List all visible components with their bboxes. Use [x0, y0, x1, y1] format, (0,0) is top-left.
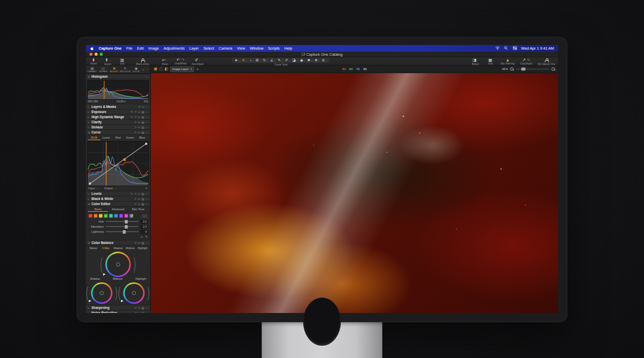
erase-mask-tool[interactable]: ✐⌄ [285, 58, 291, 62]
panel-clarity[interactable]: ›Clarity↗↩▤⋯ [86, 119, 150, 124]
pick-icon[interactable]: ✎ [130, 116, 133, 119]
minimize-window-button[interactable] [95, 53, 98, 56]
copy-icon[interactable]: ↗ [134, 131, 137, 134]
color-swatch-1[interactable] [88, 214, 93, 218]
more-icon[interactable]: ⋯ [146, 131, 149, 134]
single-view-icon[interactable]: ▢ [159, 67, 163, 71]
panel-color-editor-header[interactable]: ∨ Color Editor ↗↩▤⋯ [86, 201, 150, 206]
panel-sharpening[interactable]: ›Sharpening↗↩▤⋯ [86, 305, 150, 310]
copy-icon[interactable]: ↗ [134, 116, 137, 119]
menu-layer[interactable]: Layer [189, 46, 199, 51]
tab-luma[interactable]: Luma [100, 136, 112, 140]
panel-histogram-header[interactable]: ∨ Histogram ⋯ [86, 74, 150, 79]
menu-adjustments[interactable]: Adjustments [164, 46, 185, 51]
crop-tool[interactable]: ⊞⌄ [255, 58, 261, 62]
color-swatch-2[interactable] [94, 214, 98, 218]
preset-icon[interactable]: ▤ [142, 203, 144, 206]
tab-rgb[interactable]: RGB [88, 136, 100, 140]
copy-icon[interactable]: ↗ [134, 203, 137, 206]
color-swatch-8[interactable] [124, 214, 128, 218]
reset-button[interactable]: ↩⌄ Reset [160, 58, 170, 65]
color-swatch-5[interactable] [109, 214, 113, 218]
pick-icon[interactable]: ✎ [130, 110, 133, 114]
tabs-more-icon[interactable]: ⋮ [145, 68, 149, 71]
preset-icon[interactable]: ▤ [142, 110, 144, 114]
more-icon[interactable]: ⋯ [146, 203, 149, 206]
preset-icon[interactable]: ▤ [142, 306, 144, 309]
panel-curve-header[interactable]: ∨ Curve ↗↩▤⋯ [86, 129, 150, 135]
cull-button[interactable]: ▥ Cull [118, 58, 127, 65]
panel-noise-reduction[interactable]: ›Noise Reduction↗↩▤⋯ [86, 310, 150, 313]
panel-layers-masks[interactable]: ›Layers & Masks↗↩⋯ [86, 104, 150, 109]
more-icon[interactable]: ⋯ [146, 110, 149, 114]
tab-red[interactable]: Red [112, 136, 124, 140]
apple-menu-icon[interactable] [90, 47, 94, 51]
tabs-overflow-icon[interactable]: » [142, 68, 145, 71]
clone-tool[interactable]: ✜⌄ [314, 58, 320, 62]
more-icon[interactable]: ⋯ [146, 241, 149, 244]
saturation-slider-handle[interactable] [125, 225, 128, 229]
swatch-more-button[interactable]: ⋯ [142, 214, 148, 218]
preset-icon[interactable]: ▤ [142, 116, 144, 119]
tab-blue[interactable]: Blue [136, 136, 148, 140]
reset-icon[interactable]: ↩ [138, 131, 141, 134]
auto-adjust-button[interactable]: ✐⌄ Auto Adjust [192, 58, 203, 65]
tab-master[interactable]: Master [87, 247, 100, 250]
heal-tool[interactable]: ✚⌄ [307, 58, 313, 62]
color-swatch-7[interactable] [119, 214, 123, 218]
export-button[interactable]: ⬆⌄ Export [103, 58, 112, 65]
tab-highlight[interactable]: Highlight [136, 247, 149, 250]
menu-edit[interactable]: Edit [137, 46, 144, 51]
reset-icon[interactable]: ↩ [142, 105, 144, 108]
panel-exposure[interactable]: ›Exposure✎↗↩▤⋯ [86, 109, 150, 114]
shadow-color-wheel[interactable] [91, 282, 112, 304]
menubar-clock[interactable]: Wed Apr 1 9:41 AM [521, 46, 554, 51]
split-view-icon[interactable]: ◧ [165, 67, 168, 71]
copy-icon[interactable]: ↗ [134, 126, 137, 129]
curve-graph[interactable] [87, 141, 149, 186]
reset-icon[interactable]: ↩ [138, 116, 141, 119]
more-icon[interactable]: ⋯ [146, 75, 149, 78]
tab-green[interactable]: Green [124, 136, 136, 140]
lightness-slider-track[interactable] [106, 231, 139, 232]
wheel-center-handle[interactable] [100, 291, 104, 295]
tab-shadow[interactable]: Shadow [112, 247, 124, 250]
loupe-tool[interactable]: ◔⌄ [249, 58, 255, 62]
rotate-tool[interactable]: ↻⌄ [263, 58, 269, 62]
grid-button[interactable]: ▦ Grid [486, 58, 495, 65]
panel-dehaze[interactable]: ›Dehaze↗↩▤⋯ [86, 124, 150, 129]
reset-icon[interactable]: ↩ [138, 241, 141, 244]
copy-icon[interactable]: ↗ [134, 241, 137, 244]
wheel-center-handle[interactable] [116, 262, 120, 266]
panel-high-dynamic-range[interactable]: ›High Dynamic Range✎↗↩▤⋯ [86, 114, 150, 119]
more-icon[interactable]: ⋯ [146, 306, 149, 309]
wifi-icon[interactable] [495, 46, 500, 51]
color-swatch-3[interactable] [99, 214, 103, 218]
tool-tab-tether[interactable]: ◫TETHER [98, 66, 109, 73]
panel-color-balance-header[interactable]: ∨ Color Balance ↗↩▤⋯ [86, 240, 150, 245]
hue-slider-handle[interactable] [125, 220, 128, 223]
copy-icon[interactable]: ↗ [134, 306, 137, 309]
tab-midtone[interactable]: Midtone [124, 247, 136, 250]
reset-icon[interactable]: ↩ [138, 306, 141, 309]
reset-icon[interactable]: ↩ [138, 203, 141, 206]
radial-gradient-mask-tool[interactable]: ◉⌄ [300, 58, 306, 62]
tool-tab-retouch[interactable]: ✎RETOUCH [120, 66, 131, 73]
zoom-out-loupe-icon[interactable] [510, 68, 514, 71]
more-icon[interactable]: ⋯ [146, 105, 149, 108]
highlight-color-wheel[interactable] [123, 282, 145, 304]
preset-icon[interactable]: ▤ [142, 121, 144, 124]
panel-levels[interactable]: ›Levels✎↗↩▤⋯ [86, 191, 150, 196]
add-layer-button[interactable]: +⌄ [196, 68, 200, 71]
share-online-button[interactable]: Share online [136, 58, 149, 65]
copy-icon[interactable]: ↗ [134, 197, 137, 200]
copy-apply-button[interactable]: ↗ ✎ Copy/Apply [520, 58, 533, 65]
select-tool[interactable]: ➤⌄ [234, 58, 240, 62]
hand-tool[interactable]: ✛⌄ [242, 58, 248, 62]
zoom-in-loupe-icon[interactable] [551, 68, 555, 71]
menu-help[interactable]: Help [284, 46, 292, 51]
draw-mask-tool[interactable]: ✎⌄ [277, 58, 283, 62]
menu-file[interactable]: File [126, 46, 132, 51]
more-icon[interactable]: ⋯ [146, 197, 149, 200]
copy-icon[interactable]: ↗ [134, 121, 137, 124]
